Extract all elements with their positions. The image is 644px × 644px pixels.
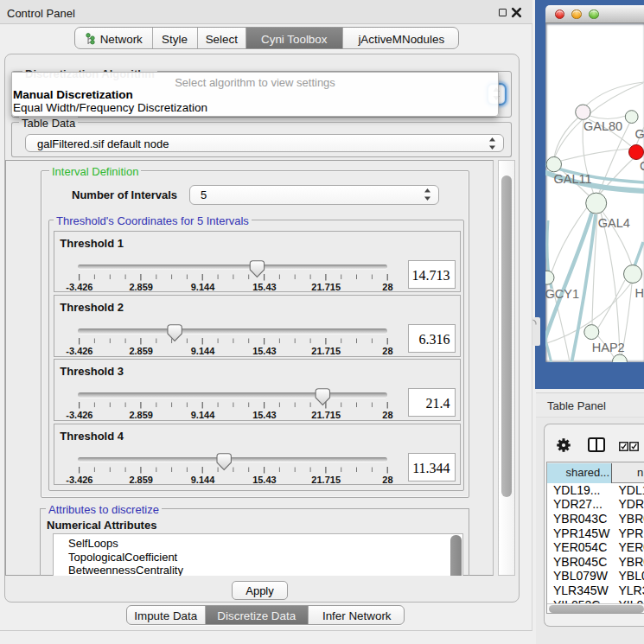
svg-text:CA: CA (640, 159, 644, 173)
svg-text:GCY1: GCY1 (545, 287, 579, 301)
svg-text:GA: GA (635, 127, 644, 141)
svg-text:HA: HA (635, 286, 644, 300)
svg-text:GAL4: GAL4 (598, 216, 630, 230)
svg-text:GAL11: GAL11 (554, 172, 592, 186)
svg-text:HAP2: HAP2 (592, 341, 625, 354)
svg-text:GAL80: GAL80 (583, 119, 622, 133)
